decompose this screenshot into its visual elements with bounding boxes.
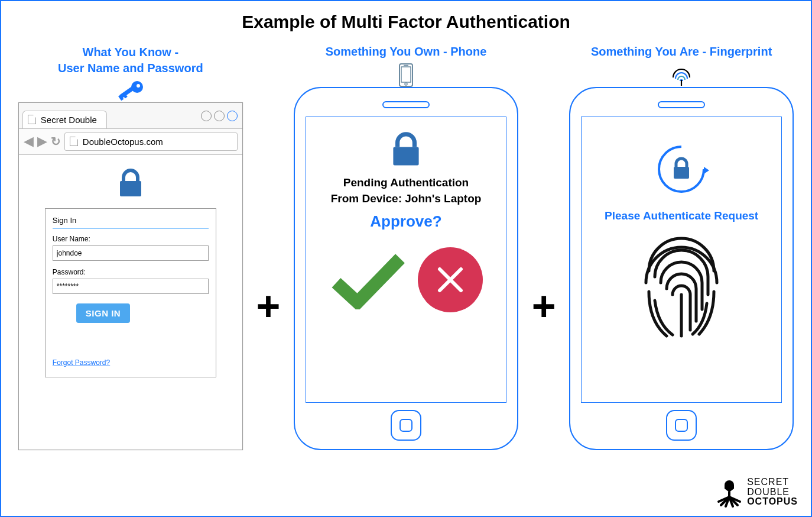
approve-question: Approve? [370,212,441,231]
factor-heading-line: User Name and Password [58,62,203,75]
approve-buttons-row [329,247,483,312]
browser-toolbar: ◀ ▶ ↻ DoubleOctopus.com [19,129,242,155]
brand-logo: SECRET DOUBLE OCTOPUS [716,477,798,508]
phone-screen-fingerprint: Please Authenticate Request [581,117,782,403]
username-label: User Name: [53,235,209,243]
forward-icon[interactable]: ▶ [37,134,47,149]
octopus-icon [716,477,742,508]
file-icon [28,115,36,124]
plus-separator: + [256,167,280,327]
username-input[interactable] [53,245,209,261]
svg-rect-7 [401,67,411,82]
window-controls[interactable] [201,111,238,124]
deny-x-icon[interactable] [418,247,483,312]
factor-heading-line: What You Know - [83,46,179,59]
phone-speaker [382,101,430,108]
factor-are-column: Something You Are - Fingerprint [569,44,794,450]
browser-tabstrip: Secret Double [19,103,242,129]
pending-line: From Device: John's Laptop [331,192,482,205]
svg-point-1 [137,84,140,88]
home-button[interactable] [666,410,697,441]
url-bar[interactable]: DoubleOctopus.com [64,133,238,151]
brand-line: SECRET [747,477,798,487]
reload-icon[interactable]: ↻ [51,134,61,148]
svg-rect-10 [393,147,418,165]
phone-speaker [658,101,705,108]
signin-button[interactable]: SIGN IN [76,303,130,323]
factor-own-column: Something You Own - Phone Pending Authen… [294,44,518,450]
signin-card: Sign In User Name: Password: SIGN IN For… [45,208,216,377]
browser-tab[interactable]: Secret Double [22,111,107,128]
lock-icon [118,168,144,198]
lock-rotate-icon [649,140,714,199]
password-label: Password: [53,268,209,276]
factor-are-heading: Something You Are - Fingerprint [591,44,772,60]
tab-title: Secret Double [41,115,97,125]
window-button[interactable] [214,111,225,121]
plus-separator: + [532,167,556,327]
fingerprint-large-icon[interactable] [631,235,732,348]
browser-mock: Secret Double ◀ ▶ ↻ DoubleOctopus.com [18,102,243,450]
brand-line: DOUBLE [747,487,798,497]
factor-know-heading: What You Know - User Name and Password [58,44,203,76]
page-title: Example of Multi Factor Authentication [13,12,799,32]
svg-point-8 [405,83,407,85]
svg-marker-14 [704,167,709,174]
forgot-password-link[interactable]: Forgot Password? [53,358,110,367]
file-icon [70,137,78,146]
brand-text: SECRET DOUBLE OCTOPUS [747,477,798,507]
card-title: Sign In [53,216,209,229]
password-input[interactable] [53,279,209,294]
window-button[interactable] [201,111,212,121]
factor-know-column: What You Know - User Name and Password [18,44,243,450]
back-icon[interactable]: ◀ [24,134,34,149]
browser-body: Sign In User Name: Password: SIGN IN For… [19,155,242,384]
phone-screen-approve: Pending Authentication From Device: John… [306,117,506,403]
factor-own-heading: Something You Own - Phone [326,44,487,60]
brand-line: OCTOPUS [747,497,798,507]
pending-auth-text: Pending Authentication From Device: John… [331,175,482,206]
diagram-frame: Example of Multi Factor Authentication W… [0,0,812,517]
phone-mock-approve: Pending Authentication From Device: John… [294,87,518,450]
phone-icon [398,63,414,87]
approve-check-icon[interactable] [329,250,406,309]
svg-rect-5 [120,181,141,196]
home-button[interactable] [391,410,421,441]
phone-mock-fingerprint: Please Authenticate Request [569,87,794,450]
url-text: DoubleOctopus.com [83,137,163,147]
factors-row: What You Know - User Name and Password [13,44,799,450]
key-icon [117,80,144,102]
pending-line: Pending Authentication [343,176,469,189]
fingerprint-small-icon [670,63,693,87]
lock-icon [390,131,422,167]
svg-rect-15 [674,167,689,179]
window-button[interactable] [227,111,238,121]
authenticate-request-text: Please Authenticate Request [605,209,758,222]
